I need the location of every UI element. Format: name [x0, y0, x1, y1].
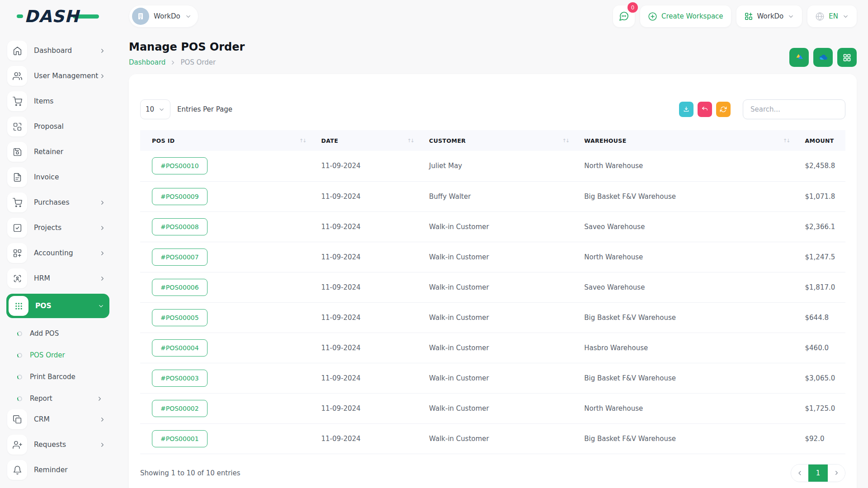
chat-icon: [618, 11, 629, 22]
cell-warehouse: North Warehouse: [572, 151, 793, 181]
sidebar-item-pos[interactable]: POS: [6, 294, 109, 318]
sidebar-item-label: Requests: [34, 441, 66, 449]
cell-customer: Walk-in Customer: [417, 302, 572, 333]
table-row: #POS0000711-09-2024Walk-in CustomerNorth…: [140, 242, 845, 272]
pos-id-badge[interactable]: #POS00002: [152, 400, 208, 417]
chevron-left-icon: [796, 469, 803, 477]
sidebar-item-hrm[interactable]: HRM: [7, 268, 108, 288]
pos-id-badge[interactable]: #POS00003: [152, 370, 208, 387]
cell-warehouse: Big Basket F&V Warehouse: [572, 302, 793, 333]
sidebar-bottom-items: CRMRequestsReminder: [7, 409, 108, 480]
pos-id-badge[interactable]: #POS00005: [152, 309, 208, 326]
pagination: 1: [791, 464, 845, 482]
pos-id-badge[interactable]: #POS00010: [152, 157, 208, 174]
cell-date: 11-09-2024: [309, 242, 417, 272]
pos-id-badge[interactable]: #POS00009: [152, 188, 208, 205]
sidebar-subitem-report[interactable]: Report: [7, 388, 108, 409]
sidebar-item-dashboard[interactable]: Dashboard: [7, 41, 108, 61]
app-switcher-button[interactable]: WorkDo: [736, 5, 802, 27]
sidebar-item-items[interactable]: Items: [7, 91, 108, 111]
create-workspace-label: Create Workspace: [661, 12, 723, 20]
cell-amount: $3,065.0: [793, 363, 845, 393]
cell-date: 11-09-2024: [309, 363, 417, 393]
pos-id-badge[interactable]: #POS00006: [152, 279, 208, 296]
pos-id-badge[interactable]: #POS00004: [152, 339, 208, 357]
pos-id-badge[interactable]: #POS00001: [152, 430, 208, 447]
entries-per-page-select[interactable]: 10: [140, 99, 170, 119]
chevron-right-icon: [99, 441, 106, 448]
pos-id-badge[interactable]: #POS00008: [152, 218, 208, 235]
chevron-right-icon: [99, 225, 106, 231]
cell-warehouse: North Warehouse: [572, 393, 793, 423]
workspace-selector[interactable]: WorkDo: [129, 5, 198, 27]
column-header-customer[interactable]: CUSTOMER↑↓: [417, 130, 572, 151]
workspace-name: WorkDo: [154, 12, 180, 20]
cell-warehouse: Saveo Warehouse: [572, 272, 793, 302]
export-button[interactable]: [679, 102, 693, 117]
sidebar-item-label: Reminder: [34, 466, 68, 474]
app-logo[interactable]: DASH: [17, 7, 99, 26]
sort-icon: ↑↓: [783, 138, 789, 144]
retainer-icon: [7, 142, 27, 162]
sidebar-item-crm[interactable]: CRM: [7, 409, 108, 429]
sidebar-item-reminder[interactable]: Reminder: [7, 460, 108, 480]
cell-warehouse: Hasbro Warehouse: [572, 333, 793, 363]
cell-amount: $1,817.0: [793, 272, 845, 302]
sidebar-item-projects[interactable]: Projects: [7, 218, 108, 238]
next-page-button[interactable]: [828, 465, 845, 482]
cell-amount: $1,247.5: [793, 242, 845, 272]
sidebar-item-requests[interactable]: Requests: [7, 435, 108, 455]
sidebar-item-label: Projects: [34, 224, 61, 232]
messages-button[interactable]: 0: [613, 5, 635, 27]
entries-per-page-label: Entries Per Page: [177, 105, 232, 113]
cell-date: 11-09-2024: [309, 302, 417, 333]
grid-view-button[interactable]: [837, 48, 857, 67]
sidebar-item-user-management[interactable]: User Management: [7, 66, 108, 86]
column-header-warehouse[interactable]: WAREHOUSE↑↓: [572, 130, 793, 151]
chevron-right-icon: [170, 59, 176, 66]
google-drive-button[interactable]: [789, 48, 809, 67]
onedrive-button[interactable]: [813, 48, 833, 67]
sidebar-subitem-add-pos[interactable]: Add POS: [7, 323, 108, 344]
search-input[interactable]: [743, 99, 845, 119]
bell-icon: [7, 460, 27, 480]
previous-page-button[interactable]: [791, 465, 808, 482]
table-row: #POS0000511-09-2024Walk-in CustomerBig B…: [140, 302, 845, 333]
sidebar-item-accounting[interactable]: Accounting: [7, 243, 108, 263]
table-row: #POS0000211-09-2024Walk-in CustomerNorth…: [140, 393, 845, 423]
page-number-button[interactable]: 1: [808, 465, 828, 482]
globe-icon: [815, 12, 825, 21]
language-selector[interactable]: EN: [807, 5, 857, 27]
chevron-right-icon: [833, 469, 840, 476]
chevron-right-icon: [99, 416, 106, 423]
cell-amount: $92.0: [793, 423, 845, 454]
sidebar-subitem-print-barcode[interactable]: Print Barcode: [7, 366, 108, 388]
chevron-down-icon: [98, 303, 104, 310]
cell-warehouse: Saveo Warehouse: [572, 211, 793, 242]
cell-warehouse: Big Basket F&V Warehouse: [572, 181, 793, 211]
main-content: Manage POS Order Dashboard POS Order 10 …: [116, 33, 868, 488]
building-icon: [136, 12, 145, 21]
reset-button[interactable]: [698, 102, 712, 117]
refresh-icon: [720, 106, 727, 113]
projects-icon: [7, 218, 27, 238]
plus-circle-icon: [648, 12, 657, 21]
sidebar-item-retainer[interactable]: Retainer: [7, 142, 108, 162]
proposal-icon: [7, 117, 27, 136]
column-header-amount[interactable]: AMOUNT: [793, 130, 845, 151]
sidebar-item-invoice[interactable]: Invoice: [7, 167, 108, 187]
sidebar-subitem-pos-order[interactable]: POS Order: [7, 344, 108, 366]
sidebar-pos-subitems: Add POSPOS OrderPrint BarcodeReport: [7, 323, 108, 409]
sidebar-item-proposal[interactable]: Proposal: [7, 117, 108, 136]
sidebar-item-purchases[interactable]: Purchases: [7, 192, 108, 212]
breadcrumb-dashboard-link[interactable]: Dashboard: [129, 58, 165, 66]
cell-date: 11-09-2024: [309, 272, 417, 302]
chevron-right-icon: [99, 47, 106, 54]
column-header-pos-id[interactable]: POS ID↑↓: [140, 130, 309, 151]
column-header-date[interactable]: DATE↑↓: [309, 130, 417, 151]
pos-id-badge[interactable]: #POS00007: [152, 249, 208, 266]
create-workspace-button[interactable]: Create Workspace: [640, 5, 731, 27]
refresh-button[interactable]: [716, 102, 731, 117]
sidebar-subitem-label: Report: [30, 394, 52, 403]
onedrive-icon: [818, 52, 829, 63]
